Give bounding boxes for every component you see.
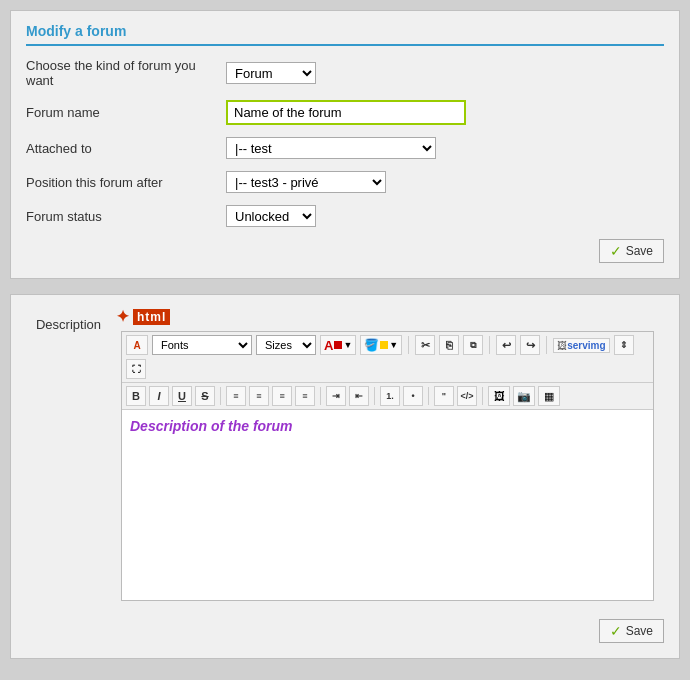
save-button-1[interactable]: ✓ Save	[599, 239, 664, 263]
position-label: Position this forum after	[26, 175, 226, 190]
align-justify-btn[interactable]: ≡	[295, 386, 315, 406]
code-btn[interactable]: </>	[457, 386, 477, 406]
ordered-list-btn[interactable]: 1.	[380, 386, 400, 406]
blockquote-btn[interactable]: "	[434, 386, 454, 406]
save-button-2[interactable]: ✓ Save	[599, 619, 664, 643]
save-label-1: Save	[626, 244, 653, 258]
align-left-btn[interactable]: ≡	[226, 386, 246, 406]
forum-name-label: Forum name	[26, 105, 226, 120]
separator-1	[408, 336, 409, 354]
paint-bucket-icon: 🪣	[364, 338, 379, 352]
undo-btn[interactable]: ↩	[496, 335, 516, 355]
separator-2	[489, 336, 490, 354]
panel-title: Modify a forum	[26, 23, 664, 46]
strikethrough-btn[interactable]: S	[195, 386, 215, 406]
kind-select[interactable]: Forum Category Sub-forum	[226, 62, 316, 84]
separator-8	[482, 387, 483, 405]
font-color-btn[interactable]: A ▼	[320, 335, 356, 355]
position-select[interactable]: |-- test3 - privé First position |-- tes…	[226, 171, 386, 193]
save-row-1: ✓ Save	[26, 239, 664, 263]
insert-image-btn[interactable]: 🖼	[488, 386, 510, 406]
editor-toolbar-2: B I U S ≡ ≡ ≡ ≡ ⇥ ⇤ 1. • "	[122, 383, 653, 410]
attached-select[interactable]: |-- test Root |-- test2	[226, 137, 436, 159]
attached-control: |-- test Root |-- test2	[226, 137, 664, 159]
status-row: Forum status Unlocked Locked	[26, 205, 664, 227]
cut-btn[interactable]: ✂	[415, 335, 435, 355]
servimg-text: servimg	[567, 340, 605, 351]
fullscreen-btn[interactable]: ⛶	[126, 359, 146, 379]
position-control: |-- test3 - privé First position |-- tes…	[226, 171, 664, 193]
font-icon-btn[interactable]: A	[126, 335, 148, 355]
save-icon-1: ✓	[610, 243, 622, 259]
separator-5	[320, 387, 321, 405]
editor-container: ✦ html A Fonts Arial Times New Roman Ver…	[111, 307, 664, 611]
forum-name-control	[226, 100, 664, 125]
color-swatch	[334, 341, 342, 349]
html-star-icon: ✦	[116, 307, 129, 326]
color-dropdown-arrow: ▼	[343, 340, 352, 350]
separator-3	[546, 336, 547, 354]
unordered-list-btn[interactable]: •	[403, 386, 423, 406]
separator-7	[428, 387, 429, 405]
copy-btn[interactable]: ⎘	[439, 335, 459, 355]
kind-control: Forum Category Sub-forum	[226, 62, 664, 84]
html-badge: html	[133, 309, 170, 325]
color-a-letter: A	[324, 338, 333, 353]
status-select[interactable]: Unlocked Locked	[226, 205, 316, 227]
forum-name-row: Forum name	[26, 100, 664, 125]
kind-row: Choose the kind of forum you want Forum …	[26, 58, 664, 88]
align-center-btn[interactable]: ≡	[249, 386, 269, 406]
editor-placeholder: Description of the forum	[130, 418, 293, 434]
outdent-btn[interactable]: ⇤	[349, 386, 369, 406]
bg-color-swatch	[380, 341, 388, 349]
paste-btn[interactable]: ⧉	[463, 335, 483, 355]
description-panel: Description ✦ html A Fonts Arial Times N…	[10, 294, 680, 659]
modify-forum-panel: Modify a forum Choose the kind of forum …	[10, 10, 680, 279]
position-row: Position this forum after |-- test3 - pr…	[26, 171, 664, 193]
save-label-2: Save	[626, 624, 653, 638]
redo-btn[interactable]: ↪	[520, 335, 540, 355]
attached-label: Attached to	[26, 141, 226, 156]
underline-btn[interactable]: U	[172, 386, 192, 406]
bold-btn[interactable]: B	[126, 386, 146, 406]
save-row-2: ✓ Save	[26, 619, 664, 643]
sizes-select[interactable]: Sizes 1 2 3	[256, 335, 316, 355]
servimg-logo: 🖼 servimg	[553, 338, 609, 353]
bg-color-btn[interactable]: 🪣 ▼	[360, 335, 402, 355]
save-icon-2: ✓	[610, 623, 622, 639]
separator-4	[220, 387, 221, 405]
forum-name-input[interactable]	[226, 100, 466, 125]
resize-btn[interactable]: ⇕	[614, 335, 634, 355]
kind-label: Choose the kind of forum you want	[26, 58, 226, 88]
fonts-select[interactable]: Fonts Arial Times New Roman Verdana	[152, 335, 252, 355]
attached-row: Attached to |-- test Root |-- test2	[26, 137, 664, 159]
description-row: Description ✦ html A Fonts Arial Times N…	[26, 307, 664, 611]
indent-btn[interactable]: ⇥	[326, 386, 346, 406]
description-label: Description	[26, 307, 111, 332]
html-label-row: ✦ html	[111, 307, 664, 326]
status-label: Forum status	[26, 209, 226, 224]
insert-media-btn[interactable]: 📷	[513, 386, 535, 406]
insert-table-btn[interactable]: ▦	[538, 386, 560, 406]
separator-6	[374, 387, 375, 405]
status-control: Unlocked Locked	[226, 205, 664, 227]
editor-toolbar-1: A Fonts Arial Times New Roman Verdana Si…	[122, 332, 653, 383]
italic-btn[interactable]: I	[149, 386, 169, 406]
bg-color-arrow: ▼	[389, 340, 398, 350]
editor-content[interactable]: Description of the forum	[122, 410, 653, 600]
servimg-icon: 🖼	[557, 340, 567, 351]
editor-wrap: A Fonts Arial Times New Roman Verdana Si…	[121, 331, 654, 601]
align-right-btn[interactable]: ≡	[272, 386, 292, 406]
